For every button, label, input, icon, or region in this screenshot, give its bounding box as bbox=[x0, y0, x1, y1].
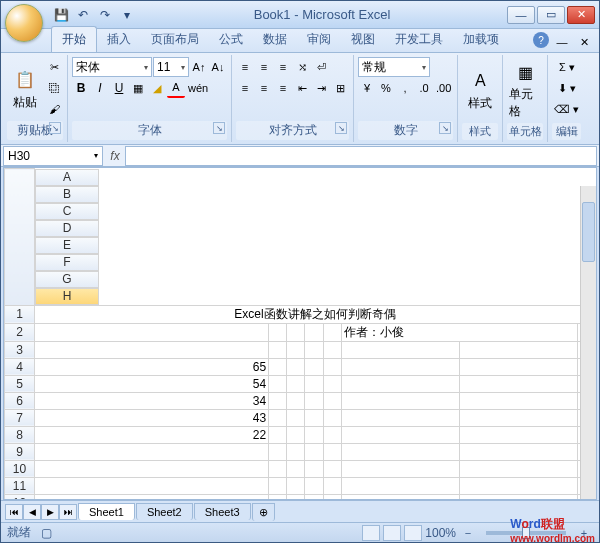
new-sheet-icon[interactable]: ⊕ bbox=[252, 503, 275, 521]
cell-D7[interactable] bbox=[305, 409, 323, 426]
sheet-tab-3[interactable]: Sheet3 bbox=[194, 503, 251, 520]
cell-F8[interactable] bbox=[341, 426, 459, 443]
number-format-combo[interactable]: 常规▾ bbox=[358, 57, 430, 77]
cell-D4[interactable] bbox=[305, 358, 323, 375]
undo-icon[interactable]: ↶ bbox=[73, 5, 93, 25]
tab-pagelayout[interactable]: 页面布局 bbox=[141, 27, 209, 52]
cell-F12[interactable] bbox=[341, 494, 459, 500]
minimize-button[interactable]: — bbox=[507, 6, 535, 24]
currency-icon[interactable]: ¥ bbox=[358, 78, 376, 98]
bold-icon[interactable]: B bbox=[72, 78, 90, 98]
cell-A4[interactable]: 65 bbox=[35, 358, 269, 375]
cell-F11[interactable] bbox=[341, 477, 459, 494]
cell-F10[interactable] bbox=[341, 460, 459, 477]
customize-qat-icon[interactable]: ▾ bbox=[117, 5, 137, 25]
spreadsheet-grid[interactable]: ABCDEFGH1Excel函数讲解之如何判断奇偶2作者：小俊346555463… bbox=[3, 167, 597, 500]
increase-decimal-icon[interactable]: .0 bbox=[415, 78, 433, 98]
cell-A5[interactable]: 54 bbox=[35, 375, 269, 392]
tab-review[interactable]: 审阅 bbox=[297, 27, 341, 52]
col-header-F[interactable]: F bbox=[35, 254, 99, 271]
cell-C12[interactable] bbox=[287, 494, 305, 500]
tab-developer[interactable]: 开发工具 bbox=[385, 27, 453, 52]
zoom-level[interactable]: 100% bbox=[425, 526, 456, 540]
clear-icon[interactable]: ⌫ ▾ bbox=[552, 99, 581, 119]
cell-A1[interactable]: Excel函数讲解之如何判断奇偶 bbox=[35, 305, 596, 323]
cell-G4[interactable] bbox=[459, 358, 577, 375]
macro-record-icon[interactable]: ▢ bbox=[41, 526, 52, 540]
cell-E11[interactable] bbox=[323, 477, 341, 494]
office-button[interactable] bbox=[5, 4, 43, 42]
sheet-tab-1[interactable]: Sheet1 bbox=[78, 503, 135, 520]
cell-E3[interactable] bbox=[323, 341, 341, 358]
sheet-nav-last-icon[interactable]: ⏭ bbox=[59, 504, 77, 520]
tab-home[interactable]: 开始 bbox=[51, 26, 97, 52]
grow-font-icon[interactable]: A↑ bbox=[190, 57, 208, 77]
align-middle-icon[interactable]: ≡ bbox=[255, 57, 273, 77]
cell-G11[interactable] bbox=[459, 477, 577, 494]
comma-icon[interactable]: , bbox=[396, 78, 414, 98]
cell-B10[interactable] bbox=[269, 460, 287, 477]
align-bottom-icon[interactable]: ≡ bbox=[274, 57, 292, 77]
cell-A12[interactable] bbox=[35, 494, 269, 500]
clipboard-launcher-icon[interactable]: ↘ bbox=[49, 122, 61, 134]
cell-D12[interactable] bbox=[305, 494, 323, 500]
cell-B8[interactable] bbox=[269, 426, 287, 443]
cell-A9[interactable] bbox=[35, 443, 269, 460]
cell-D9[interactable] bbox=[305, 443, 323, 460]
cell-B12[interactable] bbox=[269, 494, 287, 500]
cell-D3[interactable] bbox=[305, 341, 323, 358]
merge-icon[interactable]: ⊞ bbox=[331, 78, 349, 98]
tab-formulas[interactable]: 公式 bbox=[209, 27, 253, 52]
cut-icon[interactable]: ✂ bbox=[45, 57, 63, 77]
increase-indent-icon[interactable]: ⇥ bbox=[312, 78, 330, 98]
cell-C3[interactable] bbox=[287, 341, 305, 358]
cell-A2[interactable] bbox=[35, 323, 269, 341]
cell-C10[interactable] bbox=[287, 460, 305, 477]
scroll-thumb[interactable] bbox=[582, 202, 595, 262]
row-header-10[interactable]: 10 bbox=[5, 460, 35, 477]
row-header-3[interactable]: 3 bbox=[5, 341, 35, 358]
copy-icon[interactable]: ⿻ bbox=[45, 78, 63, 98]
cell-D5[interactable] bbox=[305, 375, 323, 392]
row-header-9[interactable]: 9 bbox=[5, 443, 35, 460]
cell-B9[interactable] bbox=[269, 443, 287, 460]
orientation-icon[interactable]: ⤭ bbox=[293, 57, 311, 77]
cell-C5[interactable] bbox=[287, 375, 305, 392]
cell-F9[interactable] bbox=[341, 443, 459, 460]
cell-F7[interactable] bbox=[341, 409, 459, 426]
align-top-icon[interactable]: ≡ bbox=[236, 57, 254, 77]
cell-B2[interactable] bbox=[269, 323, 287, 341]
decrease-decimal-icon[interactable]: .00 bbox=[434, 78, 453, 98]
italic-icon[interactable]: I bbox=[91, 78, 109, 98]
phonetic-icon[interactable]: wén bbox=[186, 78, 210, 98]
fill-icon[interactable]: ⬇ ▾ bbox=[552, 78, 581, 98]
cell-G12[interactable] bbox=[459, 494, 577, 500]
zoom-slider[interactable] bbox=[486, 531, 566, 535]
sheet-nav-next-icon[interactable]: ▶ bbox=[41, 504, 59, 520]
row-header-6[interactable]: 6 bbox=[5, 392, 35, 409]
select-all-corner[interactable] bbox=[5, 169, 35, 306]
maximize-button[interactable]: ▭ bbox=[537, 6, 565, 24]
cell-C7[interactable] bbox=[287, 409, 305, 426]
close-workbook-icon[interactable]: ✕ bbox=[575, 32, 593, 52]
cell-A8[interactable]: 22 bbox=[35, 426, 269, 443]
cell-D2[interactable] bbox=[305, 323, 323, 341]
cell-D11[interactable] bbox=[305, 477, 323, 494]
col-header-B[interactable]: B bbox=[35, 186, 99, 203]
tab-insert[interactable]: 插入 bbox=[97, 27, 141, 52]
cell-G8[interactable] bbox=[459, 426, 577, 443]
col-header-H[interactable]: H bbox=[35, 288, 99, 305]
cell-C6[interactable] bbox=[287, 392, 305, 409]
vertical-scrollbar[interactable] bbox=[580, 186, 596, 499]
cell-G7[interactable] bbox=[459, 409, 577, 426]
row-header-4[interactable]: 4 bbox=[5, 358, 35, 375]
cell-D10[interactable] bbox=[305, 460, 323, 477]
cell-B4[interactable] bbox=[269, 358, 287, 375]
cell-E7[interactable] bbox=[323, 409, 341, 426]
cell-B5[interactable] bbox=[269, 375, 287, 392]
underline-icon[interactable]: U bbox=[110, 78, 128, 98]
tab-view[interactable]: 视图 bbox=[341, 27, 385, 52]
cell-A11[interactable] bbox=[35, 477, 269, 494]
redo-icon[interactable]: ↷ bbox=[95, 5, 115, 25]
row-header-2[interactable]: 2 bbox=[5, 323, 35, 341]
